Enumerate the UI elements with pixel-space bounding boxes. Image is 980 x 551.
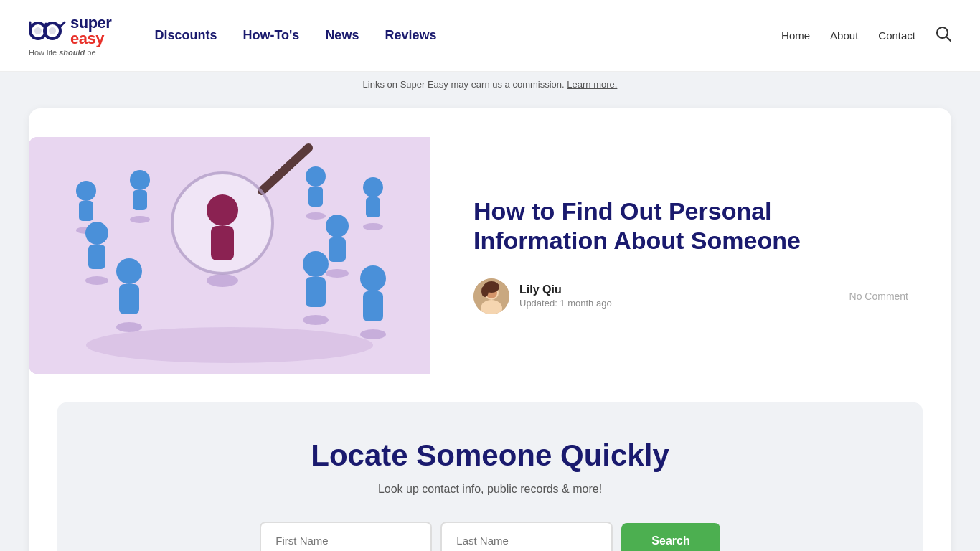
svg-point-16 xyxy=(130,216,150,223)
author-left: Lily Qiu Updated: 1 month ago xyxy=(473,278,612,314)
header-left: super easy How life should be Discounts … xyxy=(29,15,436,57)
learn-more-link[interactable]: Learn more. xyxy=(567,79,617,90)
nav-about[interactable]: About xyxy=(830,29,858,42)
svg-rect-36 xyxy=(363,291,383,321)
nav-howtos[interactable]: How-To's xyxy=(242,28,299,43)
svg-point-41 xyxy=(207,274,238,287)
tagline-suffix: be xyxy=(85,48,95,57)
svg-rect-12 xyxy=(79,201,93,221)
article-info: How to Find Out Personal Information Abo… xyxy=(430,197,908,314)
svg-point-28 xyxy=(326,269,349,278)
svg-point-20 xyxy=(363,177,383,197)
locate-form: Search xyxy=(86,522,894,551)
svg-rect-33 xyxy=(306,277,326,307)
svg-point-14 xyxy=(130,170,150,190)
no-comment: No Comment xyxy=(849,291,908,302)
svg-point-49 xyxy=(481,286,489,297)
author-updated: Updated: 1 month ago xyxy=(519,298,612,309)
locate-section: Locate Someone Quickly Look up contact i… xyxy=(57,402,923,551)
logo-super-text: super xyxy=(70,15,111,31)
main-nav: Discounts How-To's News Reviews xyxy=(154,28,436,43)
svg-rect-30 xyxy=(119,284,139,314)
svg-point-35 xyxy=(360,265,386,291)
header-right: Home About Contact xyxy=(781,26,951,45)
logo-tagline: How life should be xyxy=(29,48,96,57)
svg-point-37 xyxy=(360,329,386,339)
svg-point-26 xyxy=(326,215,349,237)
svg-point-10 xyxy=(86,327,373,363)
locate-title: Locate Someone Quickly xyxy=(86,438,894,473)
author-details: Lily Qiu Updated: 1 month ago xyxy=(519,283,612,309)
svg-point-25 xyxy=(85,276,108,285)
affiliate-bar: Links on Super Easy may earn us a commis… xyxy=(0,72,980,97)
logo-text: super easy xyxy=(70,15,111,47)
tagline-prefix: How life xyxy=(29,48,59,57)
author-avatar xyxy=(473,278,509,314)
svg-rect-24 xyxy=(88,245,105,269)
svg-point-34 xyxy=(303,315,329,325)
svg-point-19 xyxy=(306,212,326,220)
svg-line-6 xyxy=(60,22,65,27)
last-name-input[interactable] xyxy=(440,522,613,551)
search-icon xyxy=(936,26,951,42)
svg-point-32 xyxy=(303,251,329,277)
logo-circles xyxy=(29,17,66,45)
svg-rect-18 xyxy=(308,187,323,207)
svg-rect-27 xyxy=(329,237,346,262)
site-header: super easy How life should be Discounts … xyxy=(0,0,980,72)
svg-point-22 xyxy=(363,223,383,230)
svg-rect-15 xyxy=(133,190,147,210)
svg-point-39 xyxy=(207,194,238,226)
article-image xyxy=(29,137,430,374)
svg-point-11 xyxy=(76,181,96,201)
logo-easy-text: easy xyxy=(70,31,111,47)
main-article-card: How to Find Out Personal Information Abo… xyxy=(29,108,951,551)
logo[interactable]: super easy How life should be xyxy=(29,15,111,57)
search-icon-button[interactable] xyxy=(936,26,951,45)
logo-icon: super easy xyxy=(29,15,111,47)
avatar-image xyxy=(473,278,509,314)
svg-point-3 xyxy=(49,27,56,34)
first-name-input[interactable] xyxy=(260,522,432,551)
locate-subtitle: Look up contact info, public records & m… xyxy=(86,483,894,496)
author-name: Lily Qiu xyxy=(519,283,612,296)
article-illustration xyxy=(29,137,430,374)
nav-discounts[interactable]: Discounts xyxy=(154,28,217,43)
affiliate-text: Links on Super Easy may earn us a commis… xyxy=(363,79,567,90)
svg-point-29 xyxy=(116,258,142,284)
article-header: How to Find Out Personal Information Abo… xyxy=(29,108,951,402)
nav-contact[interactable]: Contact xyxy=(878,29,915,42)
svg-rect-40 xyxy=(211,226,234,260)
svg-point-23 xyxy=(85,222,108,245)
search-button[interactable]: Search xyxy=(621,523,720,552)
nav-home[interactable]: Home xyxy=(781,29,810,42)
svg-line-8 xyxy=(947,37,951,42)
article-title: How to Find Out Personal Information Abo… xyxy=(473,197,908,255)
tagline-em: should xyxy=(59,48,85,57)
svg-point-17 xyxy=(306,166,326,187)
nav-news[interactable]: News xyxy=(325,28,359,43)
author-row: Lily Qiu Updated: 1 month ago No Comment xyxy=(473,278,908,314)
svg-point-31 xyxy=(116,322,142,332)
svg-point-1 xyxy=(34,27,42,34)
logo-circles-svg xyxy=(29,18,66,44)
svg-rect-21 xyxy=(366,197,380,217)
nav-reviews[interactable]: Reviews xyxy=(385,28,436,43)
